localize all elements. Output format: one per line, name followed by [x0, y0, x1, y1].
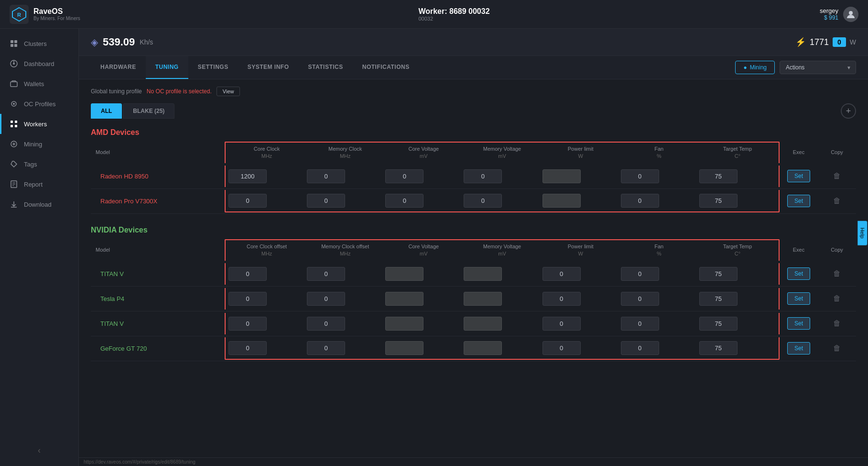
amd-delete-icon-0[interactable]: 🗑	[833, 172, 841, 180]
nvidia-core-voltage-input-2[interactable]	[385, 317, 423, 331]
amd-mem-voltage-input-0[interactable]	[464, 169, 502, 183]
tab-statistics[interactable]: STATISTICS	[299, 56, 353, 79]
nvidia-target-temp-input-1[interactable]	[699, 292, 738, 306]
tab-hardware[interactable]: HARDWARE	[91, 56, 146, 79]
amd-core-clock-input-0[interactable]	[228, 169, 267, 183]
nvidia-fan-input-0[interactable]	[621, 267, 659, 281]
actions-select[interactable]: Actions	[780, 61, 856, 74]
nvidia-exec-0: Set	[780, 264, 818, 284]
hashrate-value: 539.09	[103, 36, 135, 48]
amd-delete-icon-1[interactable]: 🗑	[833, 197, 841, 205]
nvidia-mem-clock-input-1[interactable]	[307, 292, 345, 306]
add-profile-button[interactable]: +	[841, 103, 856, 119]
sub-tab-blake[interactable]: BLAKE (25)	[123, 103, 174, 119]
nvidia-fan-input-1[interactable]	[621, 292, 659, 306]
nvidia-set-button-1[interactable]: Set	[787, 292, 810, 305]
nvidia-core-voltage-input-3[interactable]	[385, 341, 423, 355]
nvidia-target-temp-input-0[interactable]	[699, 267, 738, 281]
sub-tab-all[interactable]: ALL	[91, 103, 122, 119]
amd-mem-voltage-input-1[interactable]	[464, 194, 502, 208]
nvidia-mem-clock-input-3[interactable]	[307, 341, 345, 355]
sidebar-item-clusters[interactable]: Clusters	[0, 33, 78, 54]
tab-settings[interactable]: SETTINGS	[188, 56, 238, 79]
download-icon	[10, 200, 18, 209]
raveos-logo-icon: R	[10, 5, 29, 24]
profile-bar: Global tuning profile No OC profile is s…	[91, 87, 856, 96]
nvidia-core-clock-input-2[interactable]	[228, 317, 267, 331]
nvidia-power-limit-input-1[interactable]	[542, 292, 581, 306]
nvidia-device-name-0: TITAN V	[91, 266, 225, 282]
nvidia-copy-1: 🗑	[818, 290, 856, 307]
sidebar-item-report[interactable]: Report	[0, 174, 78, 194]
nvidia-mem-voltage-input-3[interactable]	[464, 341, 502, 355]
sidebar-item-wallets[interactable]: Wallets	[0, 74, 78, 94]
amd-fan-input-1[interactable]	[621, 194, 659, 208]
nvidia-fan-input-3[interactable]	[621, 341, 659, 355]
nvidia-core-voltage-input-1[interactable]	[385, 292, 423, 306]
amd-mem-clock-input-1[interactable]	[307, 194, 345, 208]
tab-tuning[interactable]: TUNING	[146, 56, 188, 79]
nvidia-delete-icon-0[interactable]: 🗑	[833, 269, 841, 277]
nvidia-delete-icon-1[interactable]: 🗑	[833, 294, 841, 302]
sidebar-item-download[interactable]: Download	[0, 194, 78, 214]
sidebar-item-tags[interactable]: Tags	[0, 154, 78, 174]
nvidia-device-inputs-1	[225, 288, 780, 310]
nvidia-mem-voltage-input-0[interactable]	[464, 267, 502, 281]
amd-target-temp-input-1[interactable]	[699, 194, 738, 208]
nvidia-device-row-2: TITAN V Set 🗑	[91, 311, 856, 336]
status-url: https://dev.raveos.com/#/private/rigs/ed…	[84, 459, 195, 465]
worker-id: 00032	[418, 16, 489, 22]
nvidia-power-limit-input-2[interactable]	[542, 317, 581, 331]
amd-device-rows: Radeon HD 8950	[91, 164, 856, 214]
content-area: ◈ 539.09 Kh/s ⚡ 1771 0 W HARDWARE TUNING…	[79, 29, 868, 466]
help-tab[interactable]: Help	[858, 221, 868, 245]
avatar[interactable]	[843, 7, 858, 22]
nvidia-power-limit-input-3[interactable]	[542, 341, 581, 355]
nvidia-set-button-2[interactable]: Set	[787, 317, 810, 330]
nvidia-power-limit-input-0[interactable]	[542, 267, 581, 281]
amd-set-button-1[interactable]: Set	[787, 195, 810, 207]
nvidia-device-inputs-3	[225, 337, 780, 360]
amd-mem-clock-input-0[interactable]	[307, 169, 345, 183]
amd-core-voltage-input-1[interactable]	[385, 194, 423, 208]
nvidia-fan-input-2[interactable]	[621, 317, 659, 331]
tab-notifications[interactable]: NOTIFICATIONS	[353, 56, 419, 79]
sidebar: Clusters Dashboard Wallets OC Profiles W…	[0, 29, 79, 466]
amd-set-button-0[interactable]: Set	[787, 170, 810, 182]
amd-power-limit-input-0[interactable]	[542, 169, 581, 183]
nvidia-core-clock-input-1[interactable]	[228, 292, 267, 306]
sidebar-item-mining[interactable]: Mining	[0, 134, 78, 154]
nvidia-mem-voltage-input-1[interactable]	[464, 292, 502, 306]
nvidia-core-clock-input-0[interactable]	[228, 267, 267, 281]
user-area: sergey $ 991	[820, 7, 858, 22]
nvidia-target-temp-input-2[interactable]	[699, 317, 738, 331]
tab-system-info[interactable]: SYSTEM INFO	[238, 56, 299, 79]
amd-model-col-header: Model	[91, 145, 225, 159]
nvidia-mem-clock-input-0[interactable]	[307, 267, 345, 281]
nvidia-target-temp-input-3[interactable]	[699, 341, 738, 355]
nvidia-mem-voltage-input-2[interactable]	[464, 317, 502, 331]
sidebar-item-workers[interactable]: Workers	[0, 114, 78, 134]
mining-button[interactable]: ● Mining	[735, 61, 775, 74]
sidebar-item-dashboard[interactable]: Dashboard	[0, 54, 78, 74]
user-info: sergey $ 991	[820, 7, 838, 21]
amd-col-mem-voltage: Memory VoltagemV	[463, 145, 541, 160]
nvidia-core-clock-input-3[interactable]	[228, 341, 267, 355]
sidebar-item-oc-profiles[interactable]: OC Profiles	[0, 94, 78, 114]
nvidia-mem-clock-input-2[interactable]	[307, 317, 345, 331]
amd-core-clock-input-1[interactable]	[228, 194, 267, 208]
amd-core-voltage-input-0[interactable]	[385, 169, 423, 183]
sidebar-collapse-button[interactable]: ‹	[0, 440, 78, 461]
view-profile-button[interactable]: View	[217, 87, 240, 96]
nvidia-inputs-header-box: Core Clock offsetMHz Memory Clock offset…	[225, 239, 780, 261]
nvidia-delete-icon-3[interactable]: 🗑	[833, 344, 841, 352]
nvidia-delete-icon-2[interactable]: 🗑	[833, 319, 841, 327]
amd-fan-input-0[interactable]	[621, 169, 659, 183]
nvidia-core-voltage-input-0[interactable]	[385, 267, 423, 281]
svg-rect-16	[11, 125, 13, 127]
nvidia-set-button-3[interactable]: Set	[787, 342, 810, 355]
sidebar-label-dashboard: Dashboard	[24, 60, 54, 67]
nvidia-set-button-0[interactable]: Set	[787, 267, 810, 280]
amd-power-limit-input-1[interactable]	[542, 194, 581, 208]
amd-target-temp-input-0[interactable]	[699, 169, 738, 183]
